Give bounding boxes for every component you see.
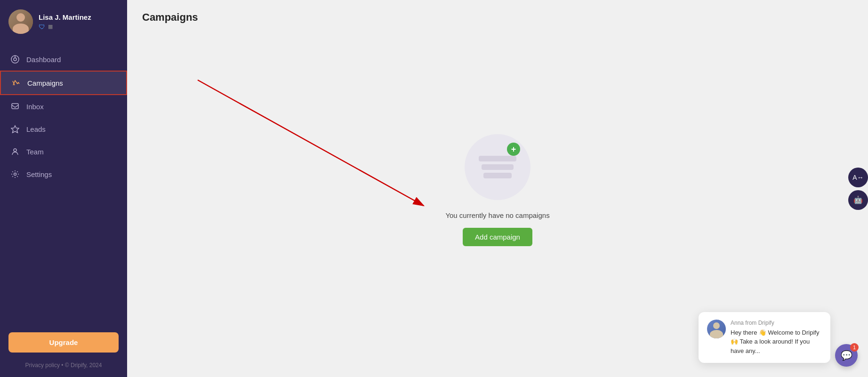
profile-name: Lisa J. Martinez [39,13,91,21]
chat-badge: 1 [850,343,859,352]
profile-section: Lisa J. Martinez 🛡 ▦ [0,0,127,43]
illustration-add-icon: + [507,143,520,156]
profile-icons: 🛡 ▦ [39,23,91,31]
empty-state-message: You currently have no campaigns [445,211,549,219]
svg-point-1 [14,58,16,61]
sidebar-item-leads[interactable]: Leads [0,118,127,140]
nav-menu: Dashboard Campaigns Inbox [0,43,127,332]
page-header: Campaigns [127,0,868,31]
bot-button[interactable]: 🤖 [848,190,868,210]
sidebar-item-label: Dashboard [26,56,61,64]
svg-rect-3 [12,104,18,109]
page-title: Campaigns [142,11,853,24]
campaigns-icon [11,78,21,88]
status-icon: ▦ [48,24,53,30]
right-side-buttons: A↔ 🤖 [848,168,868,210]
chat-avatar [707,320,726,338]
svg-marker-4 [11,126,19,133]
chat-icon: 💬 [841,350,852,361]
svg-point-5 [14,149,16,152]
sidebar-item-settings[interactable]: Settings [0,163,127,185]
illustration-bar-3 [483,173,512,178]
chat-open-button[interactable]: 💬 1 [835,344,858,367]
sidebar: Lisa J. Martinez 🛡 ▦ Dashboard [0,0,127,377]
chat-message: Hey there 👋 Welcome to Dripify 🙌 Take a … [731,328,822,356]
illustration-bar-2 [482,164,514,170]
sidebar-item-label: Team [26,148,44,156]
sidebar-item-label: Settings [26,170,52,178]
chat-content: Anna from Dripify Hey there 👋 Welcome to… [731,320,822,356]
illustration-bar-1 [479,156,516,161]
sidebar-footer: Privacy policy • © Dripify, 2024 [0,362,127,377]
sidebar-item-campaigns[interactable]: Campaigns [0,71,127,95]
chat-widget: Anna from Dripify Hey there 👋 Welcome to… [699,312,830,363]
avatar [8,9,33,34]
sidebar-item-label: Inbox [26,103,44,111]
team-icon [10,147,20,156]
inbox-icon [10,102,20,111]
settings-icon [10,169,20,179]
sidebar-item-inbox[interactable]: Inbox [0,95,127,118]
sidebar-item-team[interactable]: Team [0,140,127,163]
upgrade-button[interactable]: Upgrade [8,332,119,353]
add-campaign-button[interactable]: Add campaign [463,228,532,246]
sidebar-item-label: Leads [26,125,46,133]
shield-icon: 🛡 [39,23,45,31]
translate-button[interactable]: A↔ [848,168,868,187]
profile-info: Lisa J. Martinez 🛡 ▦ [39,13,91,31]
chat-sender: Anna from Dripify [731,320,822,326]
leads-icon [10,124,20,134]
sidebar-item-label: Campaigns [27,79,63,87]
empty-illustration: + [465,134,530,200]
main-content: Campaigns + You currently have no campai… [127,0,868,377]
sidebar-item-dashboard[interactable]: Dashboard [0,48,127,71]
svg-point-6 [14,173,16,176]
dashboard-icon [10,55,20,64]
